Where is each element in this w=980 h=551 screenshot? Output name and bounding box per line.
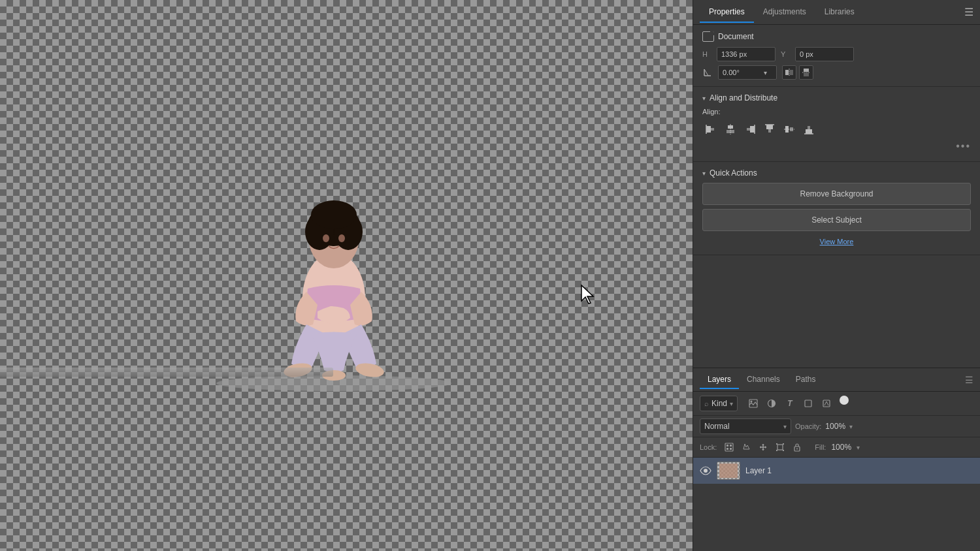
properties-panel: Properties Adjustments Libraries ☰ Docum… (693, 0, 980, 368)
align-left-button[interactable] (702, 121, 719, 138)
align-center-v-button[interactable] (781, 121, 798, 138)
panel-menu-icon[interactable]: ☰ (964, 6, 973, 18)
quick-actions-label: Quick Actions (710, 168, 757, 178)
align-distribute-label: Align and Distribute (710, 93, 777, 102)
more-options[interactable]: ••• (702, 138, 971, 155)
text-filter-button[interactable]: T (782, 396, 798, 411)
kind-label: Kind (711, 399, 727, 408)
lock-artboard-button[interactable] (773, 440, 787, 454)
smart-filter-button[interactable] (819, 396, 834, 411)
select-subject-button[interactable]: Select Subject (702, 209, 971, 231)
quick-actions-collapse-icon: ▾ (702, 170, 706, 177)
svg-rect-20 (706, 128, 714, 131)
angle-icon (702, 67, 713, 78)
tab-libraries[interactable]: Libraries (815, 2, 864, 23)
flip-vertical-button[interactable] (799, 65, 813, 80)
svg-point-38 (751, 401, 753, 403)
svg-point-54 (704, 469, 708, 473)
h-input[interactable] (717, 47, 776, 61)
opacity-label: Opacity: (795, 422, 821, 430)
svg-rect-43 (727, 445, 728, 447)
svg-rect-51 (783, 450, 784, 451)
document-label: Document (718, 32, 754, 41)
flip-icons (782, 65, 813, 80)
shape-filter-button[interactable] (800, 396, 816, 411)
lock-pixels-button[interactable] (722, 440, 736, 454)
layer-visibility-toggle[interactable] (700, 465, 711, 477)
canvas-area (0, 0, 693, 551)
remove-background-button[interactable]: Remove Background (702, 183, 971, 205)
angle-row: ▾ (702, 65, 971, 80)
opacity-value[interactable]: 100% (825, 422, 845, 431)
layers-panel: Layers Channels Paths ☰ ⌕ Kind ▾ (693, 368, 980, 551)
svg-rect-44 (730, 445, 732, 447)
tab-paths[interactable]: Paths (788, 371, 824, 389)
svg-rect-14 (790, 70, 793, 75)
flip-horizontal-button[interactable] (782, 65, 796, 80)
layer-thumbnail (717, 462, 740, 480)
svg-point-53 (796, 449, 798, 450)
quick-actions-section: ▾ Quick Actions Remove Background Select… (693, 162, 980, 255)
yoga-mat (0, 368, 333, 377)
svg-rect-48 (776, 443, 777, 445)
lock-image-button[interactable] (739, 440, 753, 454)
svg-rect-16 (804, 69, 809, 72)
view-more-link[interactable]: View More (702, 235, 971, 248)
svg-rect-35 (808, 126, 810, 134)
svg-rect-49 (783, 443, 784, 445)
svg-rect-17 (804, 73, 809, 76)
svg-rect-50 (776, 450, 777, 451)
dimension-row: H Y (702, 47, 971, 61)
lock-all-button[interactable] (790, 440, 804, 454)
filter-icons: T (745, 396, 849, 411)
adjustment-filter-button[interactable] (764, 396, 779, 411)
kind-chevron-icon: ▾ (730, 400, 733, 407)
y-label: Y (781, 50, 790, 58)
angle-input-wrap: ▾ (718, 65, 777, 80)
fill-label: Fill: (815, 443, 826, 451)
angle-chevron[interactable]: ▾ (761, 69, 770, 76)
kind-select[interactable]: ⌕ Kind ▾ (700, 396, 738, 411)
blend-mode-select[interactable]: Normal ▾ (700, 418, 791, 434)
filter-circle (840, 396, 849, 405)
lock-label: Lock: (700, 443, 717, 451)
blend-mode-label: Normal (704, 422, 781, 431)
tab-channels[interactable]: Channels (739, 371, 788, 389)
blend-chevron-icon: ▾ (783, 423, 787, 430)
right-panel: Properties Adjustments Libraries ☰ Docum… (693, 0, 980, 551)
svg-rect-13 (785, 70, 789, 75)
tab-layers[interactable]: Layers (700, 371, 739, 389)
fill-value[interactable]: 100% (831, 443, 851, 452)
layers-menu-icon[interactable]: ☰ (965, 375, 973, 385)
angle-input[interactable] (719, 67, 761, 78)
align-buttons (702, 121, 971, 138)
properties-panel-tabs: Properties Adjustments Libraries ☰ (693, 0, 980, 25)
align-distribute-header[interactable]: ▾ Align and Distribute (702, 93, 971, 102)
align-right-button[interactable] (742, 121, 759, 138)
align-top-button[interactable] (761, 121, 778, 138)
tab-properties[interactable]: Properties (700, 2, 754, 23)
svg-rect-42 (725, 443, 733, 451)
svg-rect-40 (805, 400, 811, 407)
opacity-chevron-icon[interactable]: ▾ (849, 423, 853, 430)
svg-point-8 (323, 234, 329, 242)
lock-move-button[interactable] (756, 440, 770, 454)
align-bottom-button[interactable] (800, 121, 817, 138)
image-filter-button[interactable] (745, 396, 761, 411)
lock-icons (722, 440, 804, 454)
fill-chevron-icon[interactable]: ▾ (857, 444, 860, 451)
svg-point-7 (311, 200, 357, 229)
lock-row: Lock: (693, 437, 980, 458)
svg-rect-47 (777, 445, 783, 450)
tab-adjustments[interactable]: Adjustments (754, 2, 815, 23)
document-header[interactable]: Document (702, 31, 971, 42)
quick-actions-header[interactable]: ▾ Quick Actions (702, 168, 971, 178)
align-center-h-button[interactable] (722, 121, 739, 138)
layer-item[interactable]: Layer 1 (693, 458, 980, 484)
h-label: H (702, 50, 711, 58)
svg-rect-45 (727, 448, 728, 450)
svg-rect-29 (768, 125, 771, 133)
yoga-person-image (210, 161, 458, 390)
svg-point-9 (338, 234, 345, 242)
y-input[interactable] (795, 47, 854, 61)
